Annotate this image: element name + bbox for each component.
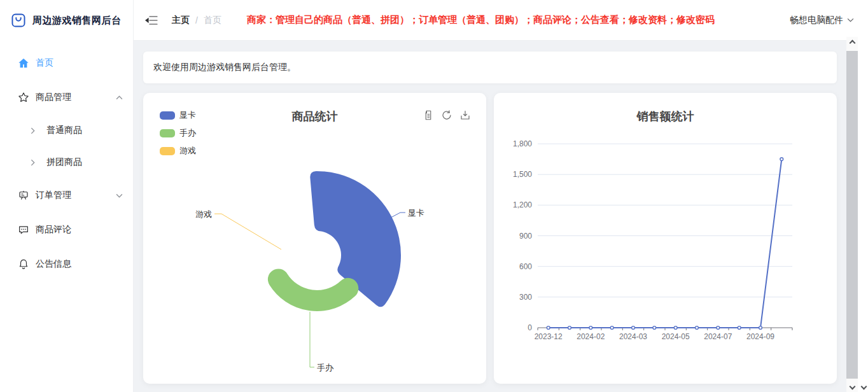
svg-text:2024-02: 2024-02: [577, 332, 605, 341]
chevron-right-icon: [31, 159, 35, 166]
sidebar-item-product-comments[interactable]: 商品评论: [0, 213, 133, 247]
scroll-down-icon[interactable]: [846, 381, 858, 392]
sidebar-subitem-label: 普通商品: [46, 125, 82, 136]
sidebar-item-label: 商品管理: [36, 92, 71, 103]
welcome-text: 欢迎使用周边游戏销售网后台管理。: [153, 62, 296, 73]
sidebar: 周边游戏销售网后台 首页 商品管理 普通商品 拼团商品 订单: [0, 0, 134, 392]
svg-text:300: 300: [519, 293, 532, 302]
scroll-up-icon[interactable]: [846, 37, 858, 48]
content-scrollbar[interactable]: [846, 37, 858, 392]
svg-text:900: 900: [519, 232, 532, 241]
product-pie-chart[interactable]: 显卡游戏手办: [143, 93, 486, 384]
product-stats-card: 商品统计 显卡 手办 游戏: [143, 93, 486, 384]
logo: 周边游戏销售网后台: [0, 0, 133, 41]
svg-text:1,200: 1,200: [513, 200, 532, 209]
svg-text:1,500: 1,500: [513, 170, 532, 179]
shopping-bag-logo-icon: [10, 12, 27, 29]
svg-text:显卡: 显卡: [408, 208, 424, 218]
chevron-down-icon: [116, 193, 123, 198]
chevron-up-icon: [116, 95, 123, 100]
scrollbar-thumb[interactable]: [846, 51, 858, 379]
app-title: 周边游戏销售网后台: [32, 15, 122, 27]
svg-text:1,800: 1,800: [513, 139, 532, 148]
sidebar-nav: 首页 商品管理 普通商品 拼团商品 订单管理: [0, 41, 133, 281]
board-icon: [18, 190, 29, 201]
sidebar-item-order-management[interactable]: 订单管理: [0, 178, 133, 213]
sidebar-item-normal-products[interactable]: 普通商品: [0, 115, 133, 146]
svg-text:2024-03: 2024-03: [619, 332, 647, 341]
sidebar-item-product-management[interactable]: 商品管理: [0, 80, 133, 115]
main-content: 欢迎使用周边游戏销售网后台管理。 商品统计 显卡 手办 游戏: [134, 41, 846, 392]
sidebar-item-group-products[interactable]: 拼团商品: [0, 146, 133, 178]
breadcrumb-home[interactable]: 主页: [172, 15, 190, 26]
sidebar-item-label: 首页: [36, 57, 53, 69]
bell-icon: [18, 258, 29, 270]
star-icon: [18, 92, 29, 103]
chevron-down-icon: [847, 18, 854, 22]
scroll-down-icon[interactable]: [858, 381, 868, 392]
breadcrumb-current: 首页: [204, 15, 221, 26]
user-dropdown[interactable]: 畅想电脑配件: [790, 15, 854, 26]
header: 主页 / 首页 商家：管理自己的商品（普通、拼团）；订单管理（普通、团购）；商品…: [134, 0, 868, 41]
breadcrumb-separator: /: [195, 15, 198, 25]
menu-fold-icon[interactable]: [145, 15, 158, 26]
welcome-card: 欢迎使用周边游戏销售网后台管理。: [143, 52, 837, 83]
comment-icon: [18, 224, 29, 235]
sales-stats-card: 销售额统计 03006009001,2001,5001,8002023-1220…: [494, 93, 837, 384]
sidebar-item-label: 商品评论: [36, 224, 71, 235]
home-icon: [18, 57, 29, 69]
sidebar-item-label: 订单管理: [36, 190, 71, 201]
svg-text:0: 0: [528, 323, 532, 332]
sales-line-chart[interactable]: 03006009001,2001,5001,8002023-122024-022…: [494, 93, 837, 384]
sidebar-item-label: 公告信息: [36, 258, 71, 270]
sidebar-subitem-label: 拼团商品: [46, 157, 82, 168]
svg-text:2024-05: 2024-05: [662, 332, 690, 341]
svg-text:手办: 手办: [317, 363, 334, 372]
sidebar-item-home[interactable]: 首页: [0, 46, 133, 80]
window-scrollbar[interactable]: [858, 37, 868, 392]
svg-text:2024-07: 2024-07: [704, 332, 732, 341]
svg-text:游戏: 游戏: [195, 209, 212, 219]
user-name: 畅想电脑配件: [790, 15, 843, 26]
svg-text:600: 600: [519, 262, 532, 271]
svg-text:2023-12: 2023-12: [535, 332, 563, 341]
sidebar-item-announcements[interactable]: 公告信息: [0, 247, 133, 281]
chevron-right-icon: [31, 127, 35, 134]
merchant-notice: 商家：管理自己的商品（普通、拼团）；订单管理（普通、团购）；商品评论；公告查看；…: [247, 14, 715, 26]
svg-text:2024-09: 2024-09: [746, 332, 774, 341]
